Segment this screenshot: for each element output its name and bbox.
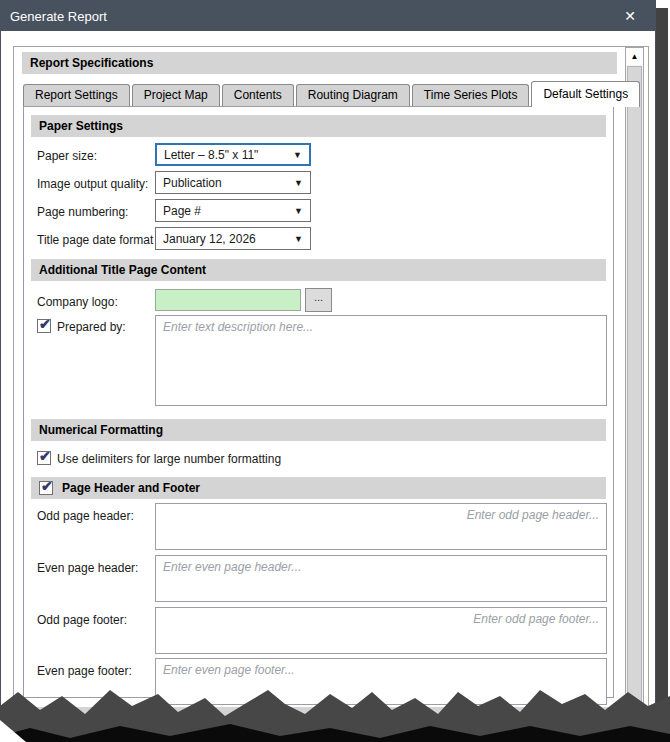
title-page-content-title: Additional Title Page Content <box>39 263 206 277</box>
prepared-by-checkbox[interactable] <box>37 319 51 333</box>
even-page-header-label: Even page header: <box>37 561 138 575</box>
image-quality-value: Publication <box>163 176 290 190</box>
tab-strip: Report Settings Project Map Contents Rou… <box>23 81 642 107</box>
scroll-up-button[interactable]: ▲ <box>626 48 643 65</box>
company-logo-label: Company logo: <box>37 295 118 309</box>
prepared-by-label: Prepared by: <box>57 320 126 334</box>
page-numbering-select[interactable]: Page # ▼ <box>155 199 311 222</box>
screenshot-stage: Generate Report ✕ Report Specifications … <box>0 0 670 742</box>
prepared-by-textarea[interactable] <box>155 315 607 406</box>
title-bar: Generate Report ✕ <box>1 1 655 31</box>
generate-report-dialog: Generate Report ✕ Report Specifications … <box>0 0 656 742</box>
even-page-header-textarea[interactable] <box>155 555 607 602</box>
header-footer-header: Page Header and Footer <box>31 477 606 499</box>
close-button[interactable]: ✕ <box>613 4 647 28</box>
dropdown-arrow-icon: ▼ <box>293 150 302 160</box>
date-format-select[interactable]: January 12, 2026 ▼ <box>155 227 311 250</box>
page-numbering-value: Page # <box>163 204 290 218</box>
even-page-footer-label: Even page footer: <box>37 664 132 678</box>
date-format-value: January 12, 2026 <box>163 232 290 246</box>
numerical-formatting-header: Numerical Formatting <box>31 419 606 441</box>
image-quality-label: Image output quality: <box>37 177 148 191</box>
tab-contents[interactable]: Contents <box>222 84 294 107</box>
odd-page-header-label: Odd page header: <box>37 509 134 523</box>
numerical-formatting-title: Numerical Formatting <box>39 423 163 437</box>
paper-size-select[interactable]: Letter – 8.5" x 11" ▼ <box>155 143 311 166</box>
use-delimiters-label: Use delimiters for large number formatti… <box>57 452 281 466</box>
date-format-label: Title page date format <box>37 233 153 247</box>
page-numbering-label: Page numbering: <box>37 205 128 219</box>
default-settings-tab-panel: Paper Settings Paper size: Letter – 8.5"… <box>23 106 614 698</box>
tab-report-settings[interactable]: Report Settings <box>23 84 130 107</box>
scroll-up-icon: ▲ <box>631 52 639 61</box>
company-logo-field[interactable] <box>155 289 301 311</box>
window-title: Generate Report <box>1 9 107 24</box>
odd-page-footer-label: Odd page footer: <box>37 613 127 627</box>
vertical-scrollbar[interactable]: ▲ <box>625 47 644 742</box>
title-page-content-header: Additional Title Page Content <box>31 259 606 281</box>
tab-project-map[interactable]: Project Map <box>132 84 220 107</box>
tab-routing-diagram[interactable]: Routing Diagram <box>296 84 410 107</box>
odd-page-footer-textarea[interactable] <box>155 607 607 654</box>
dropdown-arrow-icon: ▼ <box>294 178 303 188</box>
header-footer-checkbox[interactable] <box>39 481 53 495</box>
header-footer-title: Page Header and Footer <box>62 481 200 495</box>
report-specifications-header: Report Specifications <box>22 52 617 74</box>
report-specifications-group: Report Specifications ▲ Report Settings … <box>13 46 649 742</box>
window-drop-shadow <box>656 8 668 734</box>
odd-page-header-textarea[interactable] <box>155 503 607 550</box>
tab-time-series-plots[interactable]: Time Series Plots <box>412 84 530 107</box>
image-quality-select[interactable]: Publication ▼ <box>155 171 311 194</box>
paper-size-value: Letter – 8.5" x 11" <box>164 148 289 162</box>
paper-size-label: Paper size: <box>37 149 97 163</box>
browse-logo-button[interactable]: ... <box>305 288 332 312</box>
paper-settings-title: Paper Settings <box>39 119 123 133</box>
paper-settings-header: Paper Settings <box>31 115 606 137</box>
dropdown-arrow-icon: ▼ <box>294 234 303 244</box>
tab-default-settings[interactable]: Default Settings <box>531 81 640 107</box>
report-specifications-title: Report Specifications <box>30 56 153 70</box>
use-delimiters-checkbox[interactable] <box>37 451 51 465</box>
torn-edge-decoration <box>0 680 670 742</box>
scrollbar-thumb[interactable] <box>627 66 642 726</box>
dropdown-arrow-icon: ▼ <box>294 206 303 216</box>
close-icon: ✕ <box>624 8 636 24</box>
